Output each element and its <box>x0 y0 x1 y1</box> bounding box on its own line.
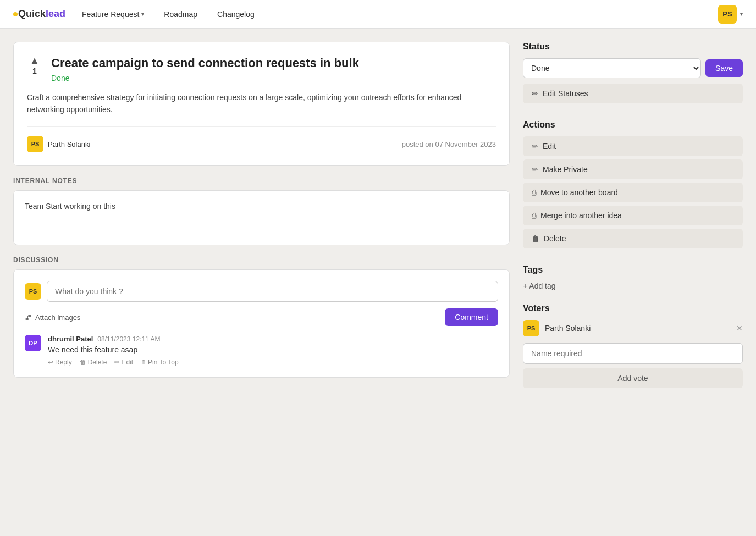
current-user-initials: PS <box>29 288 37 295</box>
delete-label: Delete <box>544 234 566 243</box>
voter-name: Parth Solanki <box>545 324 731 333</box>
comment-item: DP dhrumil Patel 08/11/2023 12:11 AM We … <box>25 335 498 366</box>
actions-title: Actions <box>523 120 743 130</box>
reply-button[interactable]: ↩ Reply <box>48 358 72 366</box>
chevron-down-icon: ▾ <box>141 11 144 17</box>
nav-roadmap-label: Roadmap <box>164 10 197 19</box>
comment-date: 08/11/2023 12:11 AM <box>97 335 160 343</box>
logo-dot <box>13 12 18 16</box>
idea-title: Create campaign to send connection reque… <box>51 56 359 71</box>
edit-statuses-label: Edit Statuses <box>543 89 588 98</box>
vote-section: ▲ 1 <box>27 56 42 75</box>
pin-label: Pin To Top <box>148 358 179 366</box>
posted-date: posted on 07 November 2023 <box>402 140 496 148</box>
status-section: Status Open Under Review Planned In Prog… <box>523 42 743 107</box>
nav-changelog[interactable]: Changelog <box>214 8 258 21</box>
delete-comment-button[interactable]: 🗑 Delete <box>80 358 107 366</box>
vote-count: 1 <box>32 67 37 75</box>
idea-title-group: Create campaign to send connection reque… <box>51 56 359 82</box>
voter-row: PS Parth Solanki ✕ <box>523 320 743 336</box>
commenter-name: dhrumil Patel <box>48 335 93 343</box>
pin-to-top-button[interactable]: ⇑ Pin To Top <box>141 358 179 366</box>
comment-submit-button[interactable]: Comment <box>445 308 498 326</box>
idea-card: ▲ 1 Create campaign to send connection r… <box>13 42 510 166</box>
comment-input[interactable] <box>47 281 498 302</box>
status-title: Status <box>523 42 743 52</box>
voters-title: Voters <box>523 303 743 313</box>
delete-comment-label: Delete <box>88 358 107 366</box>
voter-name-input[interactable] <box>523 343 743 364</box>
status-row: Open Under Review Planned In Progress Do… <box>523 58 743 78</box>
discussion-card: PS 🖇 Attach images Comment DP <box>13 269 510 378</box>
idea-description: Craft a comprehensive strategy for initi… <box>27 91 496 116</box>
edit-label: Edit <box>543 142 556 151</box>
attach-row: 🖇 Attach images Comment <box>25 308 498 326</box>
make-private-label: Make Private <box>543 165 588 174</box>
reply-icon: ↩ <box>48 358 53 366</box>
logo: Quicklead <box>13 8 65 20</box>
nav-roadmap[interactable]: Roadmap <box>161 8 201 21</box>
attach-label: Attach images <box>35 313 80 322</box>
comment-meta: dhrumil Patel 08/11/2023 12:11 AM <box>48 335 498 343</box>
move-board-label: Move to another board <box>540 188 618 197</box>
edit-icon: ✏ <box>532 142 538 151</box>
nav-changelog-label: Changelog <box>217 10 255 19</box>
author-info: PS Parth Solanki <box>27 136 90 152</box>
avatar[interactable]: PS <box>718 5 737 24</box>
sidebar: Status Open Under Review Planned In Prog… <box>523 42 743 388</box>
delete-button[interactable]: 🗑 Delete <box>523 229 743 248</box>
internal-notes-label: INTERNAL NOTES <box>13 177 510 185</box>
make-private-button[interactable]: ✏ Make Private <box>523 159 743 179</box>
move-board-button[interactable]: ⎙ Move to another board <box>523 183 743 202</box>
edit-button[interactable]: ✏ Edit <box>523 136 743 156</box>
page-layout: ▲ 1 Create campaign to send connection r… <box>0 29 756 401</box>
tags-section: Tags + Add tag <box>523 265 743 290</box>
user-menu-chevron[interactable]: ▾ <box>740 11 743 17</box>
paperclip-icon: 🖇 <box>25 313 32 322</box>
voter-avatar: PS <box>523 320 539 336</box>
merge-icon: ⎙ <box>532 211 536 220</box>
author-avatar: PS <box>27 136 43 152</box>
trash-icon: 🗑 <box>532 234 539 243</box>
comment-actions: ↩ Reply 🗑 Delete ✏ Edit <box>48 358 498 366</box>
status-select[interactable]: Open Under Review Planned In Progress Do… <box>523 58 701 78</box>
discussion-label: DISCUSSION <box>13 256 510 264</box>
edit-statuses-icon: ✏ <box>532 89 538 98</box>
nav-feature-request-label: Feature Request <box>82 10 139 19</box>
idea-status: Done <box>51 74 359 82</box>
merge-idea-button[interactable]: ⎙ Merge into another idea <box>523 206 743 225</box>
comment-text: We need this feature asap <box>48 345 498 354</box>
main-content: ▲ 1 Create campaign to send connection r… <box>13 42 510 388</box>
logo-quick: Quick <box>18 8 46 20</box>
commenter-avatar: DP <box>25 335 41 351</box>
nav-feature-request[interactable]: Feature Request ▾ <box>79 8 147 21</box>
remove-voter-button[interactable]: ✕ <box>736 324 743 333</box>
comment-body: dhrumil Patel 08/11/2023 12:11 AM We nee… <box>48 335 498 366</box>
upvote-button[interactable]: ▲ <box>30 56 40 65</box>
add-vote-button[interactable]: Add vote <box>523 368 743 388</box>
pin-icon: ⇑ <box>141 358 146 366</box>
header-user: PS ▾ <box>718 5 743 24</box>
edit-comment-label: Edit <box>122 358 133 366</box>
edit-statuses-button[interactable]: ✏ Edit Statuses <box>523 84 743 103</box>
make-private-icon: ✏ <box>532 165 538 174</box>
comment-input-row: PS <box>25 281 498 302</box>
commenter-initials: DP <box>29 340 37 346</box>
save-status-button[interactable]: Save <box>705 59 743 77</box>
voter-initials: PS <box>527 325 536 331</box>
discussion-section: DISCUSSION PS 🖇 Attach images Comment <box>13 256 510 378</box>
header: Quicklead Feature Request ▾ Roadmap Chan… <box>0 0 756 29</box>
avatar-initials: PS <box>722 10 732 18</box>
tags-title: Tags <box>523 265 743 275</box>
attach-images-button[interactable]: 🖇 Attach images <box>25 313 80 322</box>
idea-header: ▲ 1 Create campaign to send connection r… <box>27 56 496 82</box>
move-board-icon: ⎙ <box>532 188 536 197</box>
actions-section: Actions ✏ Edit ✏ Make Private ⎙ Move to … <box>523 120 743 252</box>
internal-notes-section: INTERNAL NOTES Team Start working on thi… <box>13 177 510 245</box>
add-tag-button[interactable]: + Add tag <box>523 281 556 290</box>
author-avatar-initials: PS <box>31 141 40 147</box>
current-user-avatar: PS <box>25 283 41 300</box>
idea-footer: PS Parth Solanki posted on 07 November 2… <box>27 136 496 152</box>
edit-comment-button[interactable]: ✏ Edit <box>114 358 133 366</box>
logo-lead: lead <box>46 8 65 20</box>
